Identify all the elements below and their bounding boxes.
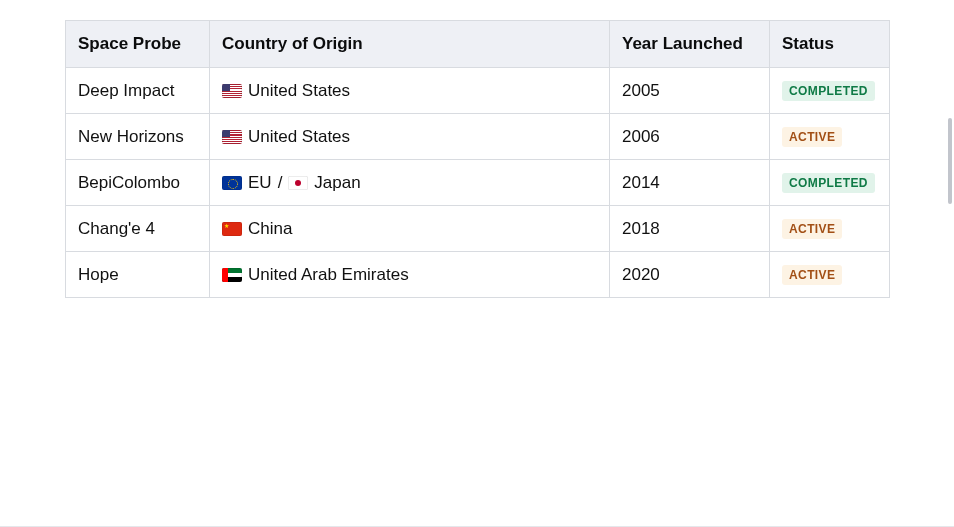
col-header-year: Year Launched [610,21,770,68]
cell-status: ACTIVE [770,252,890,298]
cell-status: ACTIVE [770,206,890,252]
table-row: Hope United Arab Emirates2020ACTIVE [66,252,890,298]
cell-year: 2005 [610,68,770,114]
country-name: United States [248,81,350,101]
table-row: New Horizons United States2006ACTIVE [66,114,890,160]
country-name: China [248,219,292,239]
cell-country: China [210,206,610,252]
cell-probe: BepiColombo [66,160,210,206]
flag-cn-icon [222,222,242,236]
space-probes-table: Space Probe Country of Origin Year Launc… [65,20,890,298]
country-name: Japan [314,173,360,193]
table-row: Deep Impact United States2005COMPLETED [66,68,890,114]
country-separator: / [278,173,283,193]
cell-status: COMPLETED [770,68,890,114]
cell-year: 2014 [610,160,770,206]
flag-jp-icon [288,176,308,190]
flag-us-icon [222,84,242,98]
col-header-probe: Space Probe [66,21,210,68]
flag-us-icon [222,130,242,144]
table-header-row: Space Probe Country of Origin Year Launc… [66,21,890,68]
flag-ae-icon [222,268,242,282]
cell-year: 2006 [610,114,770,160]
cell-probe: Chang'e 4 [66,206,210,252]
table-row: Chang'e 4 China2018ACTIVE [66,206,890,252]
cell-year: 2020 [610,252,770,298]
cell-year: 2018 [610,206,770,252]
col-header-country: Country of Origin [210,21,610,68]
status-badge: ACTIVE [782,265,842,285]
table-row: BepiColombo EU / Japan2014COMPLETED [66,160,890,206]
status-badge: COMPLETED [782,81,875,101]
scrollbar-thumb[interactable] [948,118,952,204]
cell-status: ACTIVE [770,114,890,160]
status-badge: ACTIVE [782,127,842,147]
status-badge: COMPLETED [782,173,875,193]
cell-probe: Deep Impact [66,68,210,114]
cell-country: EU / Japan [210,160,610,206]
cell-country: United Arab Emirates [210,252,610,298]
country-name: United Arab Emirates [248,265,409,285]
cell-country: United States [210,114,610,160]
cell-probe: New Horizons [66,114,210,160]
table-body: Deep Impact United States2005COMPLETEDNe… [66,68,890,298]
cell-status: COMPLETED [770,160,890,206]
col-header-status: Status [770,21,890,68]
cell-country: United States [210,68,610,114]
country-name: United States [248,127,350,147]
country-name: EU [248,173,272,193]
status-badge: ACTIVE [782,219,842,239]
flag-eu-icon [222,176,242,190]
cell-probe: Hope [66,252,210,298]
